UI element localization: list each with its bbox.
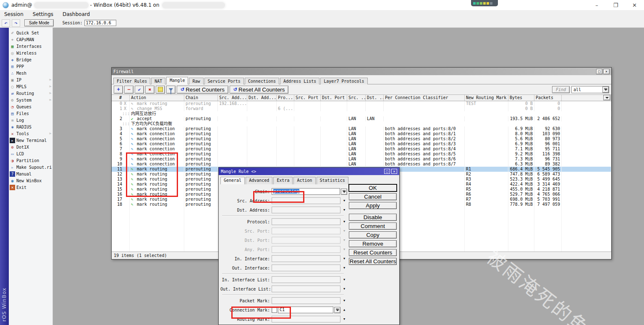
combo-arrow-icon[interactable]: ▼ bbox=[341, 208, 347, 212]
comment-icon[interactable] bbox=[156, 86, 165, 94]
routing-mark-field-combo[interactable]: ▼ bbox=[272, 316, 347, 322]
dialog-tab-statistics[interactable]: Statistics bbox=[317, 177, 348, 184]
dst-port-field-input[interactable] bbox=[272, 237, 340, 244]
column-header-chain[interactable]: Chain bbox=[184, 95, 218, 101]
in-interface-list-field-input[interactable] bbox=[272, 276, 340, 283]
combo-drop-icon[interactable] bbox=[341, 189, 347, 195]
routing-mark-field-input[interactable] bbox=[272, 316, 340, 322]
combo-arrow-icon[interactable]: ▼ bbox=[341, 287, 347, 291]
sidebar-item-capsman[interactable]: ⌖CAPsMAN bbox=[9, 36, 52, 43]
column-header-pro[interactable]: Pro... bbox=[277, 95, 294, 101]
column-header-dst-add[interactable]: Dst. Add... bbox=[247, 95, 277, 101]
undo-icon[interactable]: ↶ bbox=[2, 19, 10, 27]
combo-arrow-icon[interactable]: ▼ bbox=[341, 257, 347, 260]
protocol-field-combo[interactable]: ▼ bbox=[272, 218, 347, 225]
tab-raw[interactable]: Raw bbox=[189, 78, 203, 84]
dst-address-field-combo[interactable]: ▼ bbox=[272, 207, 347, 213]
tab-connections[interactable]: Connections bbox=[245, 78, 279, 84]
combo-arrow-icon[interactable]: ▼ bbox=[341, 266, 347, 270]
combo-arrow-icon[interactable]: ▼ bbox=[341, 220, 347, 223]
sidebar-item-mesh[interactable]: ∴Mesh bbox=[9, 70, 52, 76]
column-header-action[interactable]: Action bbox=[130, 95, 184, 101]
table-row[interactable]: 9✎mark connectionpreroutingLANboth addre… bbox=[112, 157, 611, 162]
protocol-field-input[interactable] bbox=[272, 218, 340, 225]
column-header-per-connection-classifier[interactable]: Per Connection Classifier bbox=[384, 95, 465, 101]
sidebar-item-manual[interactable]: ?Manual bbox=[9, 170, 52, 177]
combo-arrow-icon[interactable]: ▼ bbox=[341, 317, 347, 321]
tab-service-ports[interactable]: Service Ports bbox=[204, 78, 244, 84]
minimize-button[interactable]: – bbox=[587, 0, 606, 10]
menu-dashboard[interactable]: Dashboard bbox=[63, 11, 90, 17]
firewall-maximize-icon[interactable]: □ bbox=[596, 69, 602, 74]
tab-layer7-protocols[interactable]: Layer7 Protocols bbox=[320, 78, 367, 84]
dialog-tab-advanced[interactable]: Advanced bbox=[246, 177, 272, 184]
dialog-tab-general[interactable]: General bbox=[220, 177, 245, 184]
tab-filter-rules[interactable]: Filter Rules bbox=[113, 78, 150, 84]
reset-counters-button[interactable]: Reset Counters bbox=[349, 249, 397, 256]
connection-mark-checkbox[interactable] bbox=[272, 307, 277, 313]
src-address-field-combo[interactable]: ▼ bbox=[272, 197, 347, 204]
combo-drop-icon[interactable] bbox=[602, 86, 609, 93]
disable-rule-icon[interactable]: ✖ bbox=[145, 86, 154, 94]
reset-all-counters-button[interactable]: ↺Reset All Counters bbox=[230, 86, 289, 94]
maximize-button[interactable]: ❐ bbox=[606, 0, 625, 10]
sidebar-item-mpls[interactable]: ◯MPLS▷ bbox=[9, 83, 52, 90]
out-interface-field-input[interactable] bbox=[272, 265, 340, 271]
column-header-filler[interactable] bbox=[562, 95, 611, 101]
close-button[interactable]: ✕ bbox=[625, 0, 644, 10]
sidebar-item-radius[interactable]: ✱RADIUS bbox=[9, 123, 52, 130]
connection-mark-field-input[interactable]: C1 bbox=[278, 307, 333, 313]
reset-all-counters-button[interactable]: Reset All Counters bbox=[349, 258, 397, 265]
tab-nat[interactable]: NAT bbox=[151, 78, 165, 84]
dialog-tab-extra[interactable]: Extra bbox=[273, 177, 293, 184]
safe-mode-button[interactable]: Safe Mode bbox=[24, 19, 54, 26]
column-header-dst[interactable]: Dst. ... bbox=[366, 95, 384, 101]
combo-arrow-icon[interactable]: ▼ bbox=[341, 278, 347, 281]
table-row[interactable]: 6✎mark connectionpreroutingLANboth addre… bbox=[112, 142, 611, 147]
table-row[interactable]: 10✎mark connectionpreroutingLANboth addr… bbox=[112, 162, 611, 167]
connection-mark-field-combo[interactable]: C1▲ bbox=[272, 307, 347, 313]
comment-button[interactable]: Comment bbox=[349, 223, 397, 230]
in-interface-field-input[interactable] bbox=[272, 255, 340, 262]
firewall-close-icon[interactable]: ✕ bbox=[603, 69, 610, 74]
sidebar-item-new-terminal[interactable]: ▸New Terminal bbox=[9, 137, 52, 144]
sidebar-item-exit[interactable]: ×Exit bbox=[9, 184, 52, 191]
sidebar-item-system[interactable]: ⚙System▷ bbox=[9, 97, 52, 103]
sidebar-item-files[interactable]: ▤Files bbox=[9, 110, 52, 117]
sidebar-item-make-supout-rif[interactable]: ▹Make Supout.rif bbox=[9, 164, 52, 170]
sidebar-item-quick-set[interactable]: ✐Quick Set bbox=[9, 29, 52, 36]
collapse-field-icon[interactable]: ▲ bbox=[341, 308, 347, 312]
tab-address-lists[interactable]: Address Lists bbox=[280, 78, 319, 84]
column-header-[interactable]: # bbox=[112, 95, 130, 101]
column-header-src-add[interactable]: Src. Add... bbox=[218, 95, 247, 101]
add-rule-icon[interactable]: + bbox=[114, 86, 123, 94]
column-header-bytes[interactable]: Bytes bbox=[508, 95, 534, 101]
src-port-field-combo[interactable]: ▼ bbox=[272, 228, 347, 234]
sidebar-item-dot1x[interactable]: ⊕Dot1X bbox=[9, 144, 52, 150]
sidebar-item-partition[interactable]: ◑Partition bbox=[9, 157, 52, 164]
reset-counters-button[interactable]: ↺Reset Counters bbox=[177, 86, 228, 94]
table-row[interactable]: 1X✎change MSSforward6 (...0 B0 bbox=[112, 106, 611, 111]
src-port-field-input[interactable] bbox=[272, 228, 340, 234]
sidebar-item-queues[interactable]: ◔Queues bbox=[9, 103, 52, 110]
sidebar-item-interfaces[interactable]: ▦Interfaces bbox=[9, 43, 52, 50]
dst-port-field-combo[interactable]: ▼ bbox=[272, 237, 347, 244]
sidebar-item-ppp[interactable]: ⊞PPP bbox=[9, 63, 52, 70]
table-row[interactable]: 0X✎mark routingprerouting192.168....TEST… bbox=[112, 101, 611, 106]
any-port-field-combo[interactable]: ▼ bbox=[272, 246, 347, 253]
dialog-close-icon[interactable]: ✕ bbox=[391, 169, 397, 174]
apply-button[interactable]: Apply bbox=[349, 202, 397, 209]
sidebar-item-tools[interactable]: ✕Tools▷ bbox=[9, 130, 52, 137]
column-header-src[interactable]: Src. ... bbox=[347, 95, 366, 101]
menu-session[interactable]: Session bbox=[4, 11, 24, 17]
sidebar-item-lcd[interactable]: ▭LCD bbox=[9, 150, 52, 157]
table-row[interactable]: 7✎mark connectionpreroutingLANboth addre… bbox=[112, 147, 611, 152]
dialog-tab-action[interactable]: Action bbox=[293, 177, 315, 184]
combo-arrow-icon[interactable]: ▼ bbox=[341, 239, 347, 242]
column-header-dst-port[interactable]: Dst. Port bbox=[321, 95, 347, 101]
out-interface-list-field-combo[interactable]: ▼ bbox=[272, 286, 347, 292]
session-address-field[interactable]: 172.16.0.6 bbox=[84, 20, 116, 26]
tab-mangle[interactable]: Mangle bbox=[166, 77, 188, 84]
combo-arrow-icon[interactable]: ▼ bbox=[341, 248, 347, 251]
table-row[interactable]: 8✎mark connectionpreroutingLANboth addre… bbox=[112, 152, 611, 157]
